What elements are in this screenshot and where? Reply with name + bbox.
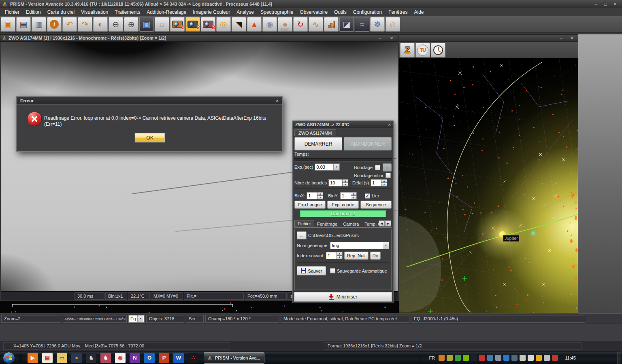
sauver-button[interactable]: Sauver xyxy=(297,266,326,275)
menu-carte-du-ciel[interactable]: Carte du ciel xyxy=(44,8,78,16)
stop-loop-button[interactable]: × xyxy=(383,163,392,171)
spin-down-icon[interactable]: ▼ xyxy=(317,196,323,199)
tray-display-icon[interactable] xyxy=(487,355,493,361)
taskbar-app-red-app[interactable]: ♞ xyxy=(100,353,111,363)
tray-nvidia-icon[interactable] xyxy=(463,355,469,361)
start-button[interactable] xyxy=(3,352,15,364)
save-icon[interactable]: ▤ xyxy=(16,17,31,32)
abandonner-button[interactable]: ABANDONNER xyxy=(344,137,392,150)
peak-3d-icon[interactable]: ▲ xyxy=(247,17,262,32)
tab-fichier[interactable]: Fichier xyxy=(294,220,314,227)
ok-button[interactable]: OK xyxy=(135,133,165,142)
menu-fichier[interactable]: Fichier xyxy=(2,8,23,16)
automation-icon[interactable]: ☸ xyxy=(370,17,385,32)
active-task-prism[interactable]: PRISM - Version Ava... xyxy=(204,352,264,364)
clock[interactable]: 11:45 xyxy=(565,356,576,360)
gear-disk-icon[interactable]: ☼ xyxy=(155,17,169,32)
tray-coffee-icon[interactable] xyxy=(520,355,526,361)
bouclage-infini-checkbox[interactable] xyxy=(386,173,391,178)
tray-wireless-icon[interactable] xyxy=(503,355,509,361)
dropdown-arrow-icon[interactable]: ▾ xyxy=(137,315,143,322)
close-icon[interactable]: × xyxy=(569,35,575,41)
close-icon[interactable]: × xyxy=(276,98,279,103)
camera-2-icon[interactable]: 2 xyxy=(185,17,200,32)
camera-3-icon[interactable]: 3 xyxy=(201,17,215,32)
tray-remote-icon[interactable] xyxy=(511,355,518,361)
pointing-device-icon[interactable]: ◥ xyxy=(232,17,246,32)
face-icon[interactable]: ☺ xyxy=(386,17,400,32)
waveform-icon[interactable]: ≈ xyxy=(355,17,369,32)
rotate-icon[interactable]: ↻ xyxy=(293,17,308,32)
preview-icon[interactable]: ▣ xyxy=(139,17,154,32)
taskbar-app-word[interactable]: W xyxy=(173,353,184,363)
taskbar-app-firefox[interactable]: ● xyxy=(71,353,82,363)
curve-icon[interactable]: ∿ xyxy=(309,17,323,32)
language-indicator[interactable]: FR xyxy=(429,356,435,360)
tray-monitor-icon[interactable] xyxy=(495,355,501,361)
tab-fen-trage[interactable]: Fenêtrage xyxy=(314,221,340,227)
spin-down-icon[interactable]: ▼ xyxy=(337,256,343,259)
menu-observatoire[interactable]: Observatoire xyxy=(296,8,331,16)
taskbar-app-outlook[interactable]: O xyxy=(144,353,155,363)
taskbar-app-onenote[interactable]: N xyxy=(130,353,140,363)
zoom-in-icon[interactable]: ⊕ xyxy=(124,17,138,32)
focuser-icon[interactable]: ◎ xyxy=(216,17,231,32)
contrast-icon[interactable]: ◐ xyxy=(93,17,108,32)
tray-download-icon[interactable] xyxy=(447,355,453,361)
minimize-icon[interactable]: – xyxy=(377,35,383,41)
taskbar-app-file-explorer[interactable]: ▭ xyxy=(57,353,67,363)
sauvegarde-auto-checkbox[interactable] xyxy=(330,268,335,273)
show-desktop-button[interactable] xyxy=(617,351,621,364)
close-icon[interactable]: × xyxy=(612,1,618,7)
tab-scroll-right-icon[interactable]: ▶ xyxy=(385,220,391,226)
histogram-icon[interactable] xyxy=(324,17,339,32)
tray-player-icon[interactable] xyxy=(471,355,477,361)
menu-addition-recalage[interactable]: Addition-Recalage xyxy=(143,8,190,16)
menu-aide[interactable]: Aide xyxy=(411,8,427,16)
menu-analyse[interactable]: Analyse xyxy=(233,8,257,16)
menu-spectrographie[interactable]: Spectrographie xyxy=(257,8,296,16)
menu-outils[interactable]: Outils xyxy=(331,8,350,16)
exp-longue-button[interactable]: Exp Longue xyxy=(294,201,326,209)
nom-generique-combobox[interactable]: Img- ▾ xyxy=(330,242,389,249)
menu-fen-tres[interactable]: Fenêtres xyxy=(385,8,411,16)
info-icon[interactable]: i xyxy=(47,17,62,32)
taskbar-app-chrome[interactable]: ◉ xyxy=(115,353,126,363)
menu-visualisation[interactable]: Visualisation xyxy=(78,8,111,16)
exp-courte-button[interactable]: Exp. courte xyxy=(327,201,358,209)
taskbar-app-iris[interactable]: ∴ xyxy=(188,353,198,363)
spin-up-icon[interactable]: ▲ xyxy=(337,252,343,256)
open-image-icon[interactable]: ▣ xyxy=(1,17,15,32)
maximize-icon[interactable]: □ xyxy=(603,1,608,7)
binx-stepper[interactable]: 1 ▲▼ xyxy=(307,192,323,199)
tray-power-plug-icon[interactable] xyxy=(544,355,550,361)
taskbar-app-astro-app[interactable]: ♞ xyxy=(86,353,96,363)
spin-down-icon[interactable]: ▼ xyxy=(351,196,357,199)
tab-zwo-asi174mm[interactable]: ZWO ASI174MM xyxy=(294,129,336,136)
dir-button[interactable]: Dir xyxy=(370,252,381,260)
spin-up-icon[interactable]: ▲ xyxy=(351,192,357,196)
close-icon[interactable]: × xyxy=(389,35,394,41)
tray-ccleaner-icon[interactable] xyxy=(479,355,485,361)
threshold-icon[interactable]: ◪ xyxy=(339,17,354,32)
tray-sync-flag-icon[interactable] xyxy=(528,355,534,361)
tray-antivirus-icon[interactable] xyxy=(455,355,461,361)
menu-edition[interactable]: Edition xyxy=(23,8,44,16)
tab-cam-ra[interactable]: Caméra xyxy=(340,221,362,227)
exposure-combobox[interactable]: 0.03 ▾ xyxy=(315,163,340,171)
taskbar-app-pdf-reader[interactable]: ▤ xyxy=(42,353,53,363)
tray-volume-icon[interactable] xyxy=(439,355,445,361)
taskbar-app-media-player[interactable]: ▶ xyxy=(28,353,38,363)
nbre-boucles-stepper[interactable]: 10 ▲▼ xyxy=(328,179,348,186)
universal-time-button[interactable]: TU xyxy=(415,43,430,57)
biny-stepper[interactable]: 1 ▲▼ xyxy=(340,192,357,199)
close-icon[interactable]: × xyxy=(388,122,391,127)
clock-button[interactable] xyxy=(431,43,445,57)
tray-mute-icon[interactable] xyxy=(552,355,558,361)
camera-1-icon[interactable]: 1 xyxy=(170,17,185,32)
dropdown-arrow-icon[interactable]: ▾ xyxy=(333,164,339,170)
lier-checkbox[interactable]: ✓ xyxy=(365,193,370,199)
rep-nuit-button[interactable]: Rep. Nuit xyxy=(344,252,369,260)
sky-sphere-icon[interactable]: ◉ xyxy=(262,17,277,32)
spin-up-icon[interactable]: ▲ xyxy=(317,192,323,196)
